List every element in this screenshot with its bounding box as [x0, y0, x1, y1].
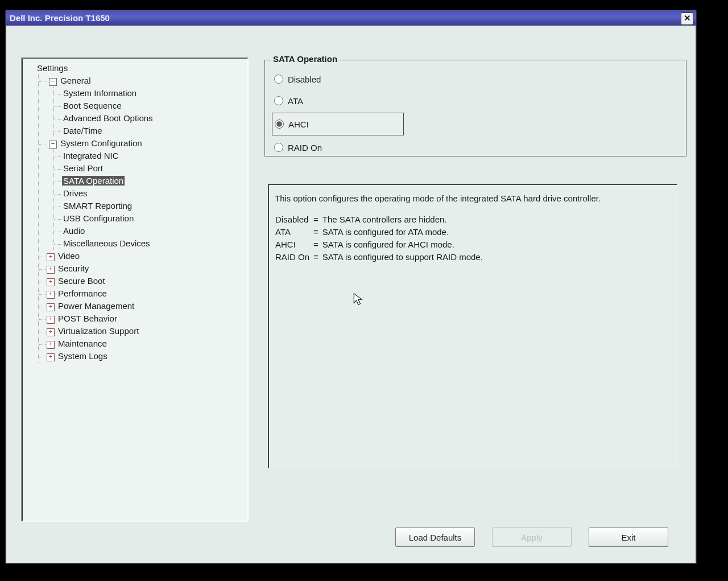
tree-item-serial-port[interactable]: Serial Port — [56, 162, 245, 175]
plus-icon[interactable]: + — [47, 328, 55, 336]
radio-option-raid-on[interactable]: RAID On — [272, 138, 679, 157]
tree-item-power-management[interactable]: +Power Management — [41, 300, 245, 312]
minus-icon[interactable]: − — [49, 141, 57, 149]
description-panel: This option configures the operating mod… — [268, 184, 677, 468]
settings-tree-panel: Settings −General System InformationBoot… — [21, 57, 249, 522]
titlebar[interactable]: Dell Inc. Precision T1650 ✕ — [6, 11, 696, 26]
radio-input[interactable] — [275, 120, 284, 129]
tree-item-system-information[interactable]: System Information — [56, 87, 245, 100]
tree-item-post-behavior[interactable]: +POST Behavior — [41, 312, 245, 325]
radio-option-disabled[interactable]: Disabled — [272, 69, 679, 89]
tree-root-settings[interactable]: Settings — [26, 62, 245, 75]
tree-item-miscellaneous-devices[interactable]: Miscellaneous Devices — [56, 237, 245, 250]
load-defaults-button[interactable]: Load Defaults — [395, 528, 475, 547]
tree-item-date-time[interactable]: Date/Time — [56, 125, 245, 137]
plus-icon[interactable]: + — [47, 303, 55, 311]
plus-icon[interactable]: + — [47, 266, 55, 274]
tree-item-general[interactable]: −General — [41, 75, 245, 87]
tree-item-system-configuration[interactable]: −System Configuration — [41, 137, 245, 150]
tree-item-audio[interactable]: Audio — [56, 225, 245, 237]
bios-window: Dell Inc. Precision T1650 ✕ Settings −Ge… — [6, 10, 696, 563]
tree-item-boot-sequence[interactable]: Boot Sequence — [56, 100, 245, 112]
radio-label: AHCI — [288, 120, 309, 129]
sata-operation-group: SATA Operation DisabledATAAHCIRAID On — [264, 60, 686, 156]
tree-item-performance[interactable]: +Performance — [41, 287, 245, 300]
tree-item-sata-operation[interactable]: SATA Operation — [56, 175, 245, 187]
plus-icon[interactable]: + — [47, 253, 55, 261]
tree-item-smart-reporting[interactable]: SMART Reporting — [56, 200, 245, 212]
tree-item-video[interactable]: +Video — [41, 250, 245, 262]
desc-row: ATA=SATA is configured for ATA mode. — [275, 226, 486, 238]
radio-option-ata[interactable]: ATA — [272, 91, 679, 110]
plus-icon[interactable]: + — [47, 316, 55, 324]
description-intro: This option configures the operating mod… — [275, 193, 671, 204]
plus-icon[interactable]: + — [47, 291, 55, 299]
close-button[interactable]: ✕ — [681, 13, 693, 25]
desc-row: Disabled=The SATA controllers are hidden… — [275, 213, 486, 226]
description-table: Disabled=The SATA controllers are hidden… — [275, 213, 486, 263]
apply-button[interactable]: Apply — [492, 528, 572, 547]
tree-item-integrated-nic[interactable]: Integrated NIC — [56, 150, 245, 162]
radio-label: Disabled — [288, 75, 321, 84]
client-area: Settings −General System InformationBoot… — [6, 26, 696, 563]
desc-row: AHCI=SATA is configured for AHCI mode. — [275, 238, 486, 251]
tree-item-secure-boot[interactable]: +Secure Boot — [41, 275, 245, 287]
radio-label: RAID On — [288, 143, 322, 153]
tree-item-advanced-boot-options[interactable]: Advanced Boot Options — [56, 112, 245, 125]
tree-item-usb-configuration[interactable]: USB Configuration — [56, 212, 245, 225]
plus-icon[interactable]: + — [47, 278, 55, 286]
tree-item-security[interactable]: +Security — [41, 262, 245, 275]
window-title: Dell Inc. Precision T1650 — [10, 13, 110, 23]
minus-icon[interactable]: − — [49, 78, 57, 86]
radio-input[interactable] — [274, 96, 283, 105]
group-title: SATA Operation — [271, 54, 340, 64]
radio-label: ATA — [288, 96, 303, 106]
tree-item-system-logs[interactable]: +System Logs — [41, 350, 245, 362]
exit-button[interactable]: Exit — [589, 528, 668, 547]
tree-item-virtualization-support[interactable]: +Virtualization Support — [41, 325, 245, 337]
tree-item-maintenance[interactable]: +Maintenance — [41, 337, 245, 350]
radio-input[interactable] — [274, 75, 283, 84]
plus-icon[interactable]: + — [47, 353, 55, 361]
radio-input[interactable] — [274, 143, 283, 152]
tree-item-drives[interactable]: Drives — [56, 187, 245, 200]
radio-option-ahci[interactable]: AHCI — [272, 113, 404, 135]
desc-row: RAID On=SATA is configured to support RA… — [275, 251, 486, 263]
plus-icon[interactable]: + — [47, 341, 55, 349]
